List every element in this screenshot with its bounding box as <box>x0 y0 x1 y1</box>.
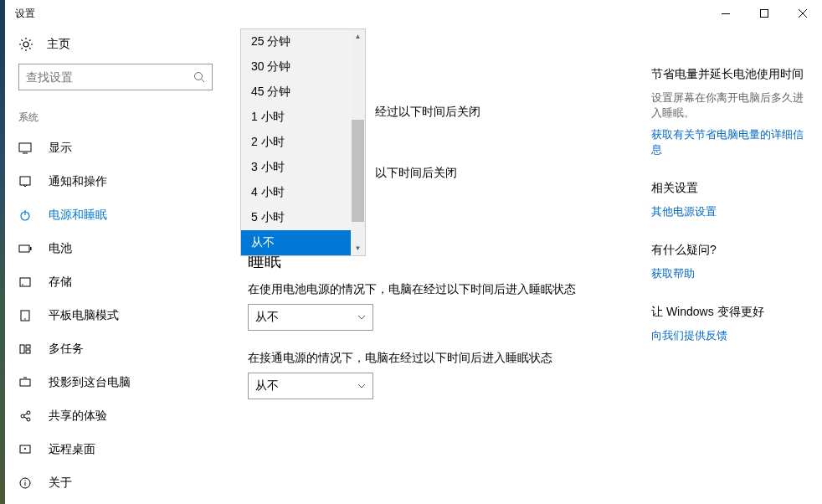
screen-off-plugged-partial: 以下时间后关闭 <box>375 166 457 181</box>
sidebar-item-label: 平板电脑模式 <box>49 308 119 323</box>
sidebar-item-label: 存储 <box>49 275 72 290</box>
remote-icon <box>18 443 32 456</box>
question-link[interactable]: 获取帮助 <box>651 266 809 281</box>
svg-rect-12 <box>20 278 30 286</box>
sidebar-item-battery[interactable]: 电池 <box>5 232 231 265</box>
category-label: 系统 <box>5 104 231 131</box>
sidebar-item-storage[interactable]: 存储 <box>5 265 231 299</box>
sidebar-item-shared-exp[interactable]: 共享的体验 <box>5 399 231 433</box>
dropdown-scrollbar[interactable]: ▲ ▼ <box>351 29 365 255</box>
share-icon <box>18 409 32 423</box>
screen-off-battery-partial: 经过以下时间后关闭 <box>375 105 480 120</box>
sidebar-item-label: 通知和操作 <box>49 174 107 189</box>
dropdown-option[interactable]: 30 分钟 <box>241 54 365 80</box>
monitor-icon <box>18 141 32 155</box>
dropdown-option[interactable]: 2 小时 <box>241 130 365 155</box>
sidebar-item-label: 电池 <box>49 241 72 256</box>
tablet-icon <box>18 309 32 322</box>
combo-value: 从不 <box>255 378 279 393</box>
search-wrap <box>5 64 231 104</box>
dropdown-option[interactable]: 5 小时 <box>241 205 365 230</box>
svg-line-23 <box>24 414 28 415</box>
improve-heading: 让 Windows 变得更好 <box>651 305 809 320</box>
question-heading: 有什么疑问? <box>651 243 809 258</box>
maximize-button[interactable] <box>745 0 783 27</box>
sidebar-item-label: 共享的体验 <box>49 409 107 424</box>
svg-point-28 <box>24 480 25 481</box>
home-label: 主页 <box>47 37 70 52</box>
scroll-down-icon[interactable]: ▼ <box>351 241 365 255</box>
svg-rect-1 <box>761 10 768 18</box>
sidebar: 主页 系统 显示 通知和操作 电源和睡眠 电池 <box>5 0 231 504</box>
svg-rect-7 <box>20 177 30 185</box>
gear-icon <box>18 37 33 52</box>
battery-icon <box>18 242 32 255</box>
sidebar-item-notifications[interactable]: 通知和操作 <box>5 165 231 198</box>
svg-rect-11 <box>30 247 32 250</box>
sidebar-item-label: 远程桌面 <box>49 442 95 457</box>
sidebar-item-projecting[interactable]: 投影到这台电脑 <box>5 366 231 399</box>
dropdown-option[interactable]: 4 小时 <box>241 180 365 205</box>
svg-rect-16 <box>20 345 24 353</box>
svg-rect-18 <box>26 350 30 353</box>
home-row[interactable]: 主页 <box>5 27 231 64</box>
app-window: 设置 主页 <box>5 0 822 504</box>
svg-line-4 <box>202 80 205 83</box>
minimize-button[interactable] <box>706 0 745 27</box>
dropdown-option[interactable]: 3 小时 <box>241 155 365 180</box>
sleep-battery-label: 在使用电池电源的情况下，电脑在经过以下时间后进入睡眠状态 <box>248 282 631 297</box>
sleep-battery-group: 在使用电池电源的情况下，电脑在经过以下时间后进入睡眠状态 从不 <box>248 282 631 331</box>
sidebar-item-label: 多任务 <box>49 342 84 357</box>
power-icon <box>18 208 32 222</box>
dropdown-option[interactable]: 45 分钟 <box>241 80 365 105</box>
svg-rect-0 <box>722 13 730 14</box>
sleep-battery-combo[interactable]: 从不 <box>248 304 373 331</box>
related-link[interactable]: 其他电源设置 <box>651 204 809 219</box>
svg-point-13 <box>22 284 23 285</box>
search-icon <box>193 71 205 83</box>
sidebar-item-label: 电源和睡眠 <box>49 208 107 223</box>
sleep-plugged-combo[interactable]: 从不 <box>248 373 373 399</box>
save-link[interactable]: 获取有关节省电脑电量的详细信息 <box>651 127 809 157</box>
svg-point-3 <box>195 73 203 80</box>
combo-value: 从不 <box>255 310 279 325</box>
sidebar-item-label: 显示 <box>49 141 72 156</box>
svg-rect-17 <box>26 345 30 348</box>
scrollbar-thumb[interactable] <box>352 120 364 222</box>
close-button[interactable] <box>783 0 822 27</box>
search-field[interactable] <box>26 70 193 84</box>
search-input[interactable] <box>18 64 213 90</box>
sidebar-item-display[interactable]: 显示 <box>5 131 231 165</box>
sidebar-item-remote-desktop[interactable]: 远程桌面 <box>5 433 231 466</box>
scroll-up-icon[interactable]: ▲ <box>351 29 365 44</box>
notification-icon <box>18 175 32 188</box>
dropdown-option[interactable]: 1 小时 <box>241 105 365 130</box>
save-heading: 节省电量并延长电池使用时间 <box>651 67 809 82</box>
sleep-plugged-group: 在接通电源的情况下，电脑在经过以下时间后进入睡眠状态 从不 <box>248 351 631 399</box>
dropdown-option-selected[interactable]: 从不 <box>241 230 365 255</box>
sidebar-item-multitasking[interactable]: 多任务 <box>5 332 231 366</box>
svg-point-2 <box>23 42 28 47</box>
info-icon <box>18 476 32 490</box>
multitask-icon <box>18 342 32 356</box>
project-icon <box>18 376 32 389</box>
chevron-down-icon <box>357 315 366 320</box>
improve-link[interactable]: 向我们提供反馈 <box>651 328 809 343</box>
svg-line-24 <box>24 417 28 419</box>
window-title: 设置 <box>15 7 35 21</box>
sidebar-item-about[interactable]: 关于 <box>5 466 231 500</box>
storage-icon <box>18 275 32 289</box>
svg-point-15 <box>24 318 26 320</box>
svg-rect-10 <box>19 245 29 252</box>
dropdown-option[interactable]: 25 分钟 <box>241 29 365 54</box>
window-controls <box>706 0 822 27</box>
chevron-down-icon <box>357 383 366 388</box>
related-heading: 相关设置 <box>651 181 809 196</box>
svg-rect-19 <box>20 379 30 386</box>
sidebar-item-label: 关于 <box>49 476 72 491</box>
sidebar-item-tablet-mode[interactable]: 平板电脑模式 <box>5 299 231 332</box>
save-text: 设置屏幕在你离开电脑后多久进入睡眠。 <box>651 90 809 121</box>
sidebar-item-power-sleep[interactable]: 电源和睡眠 <box>5 198 231 232</box>
sleep-plugged-label: 在接通电源的情况下，电脑在经过以下时间后进入睡眠状态 <box>248 351 631 366</box>
time-dropdown-list[interactable]: 25 分钟 30 分钟 45 分钟 1 小时 2 小时 3 小时 4 小时 5 … <box>240 28 366 256</box>
